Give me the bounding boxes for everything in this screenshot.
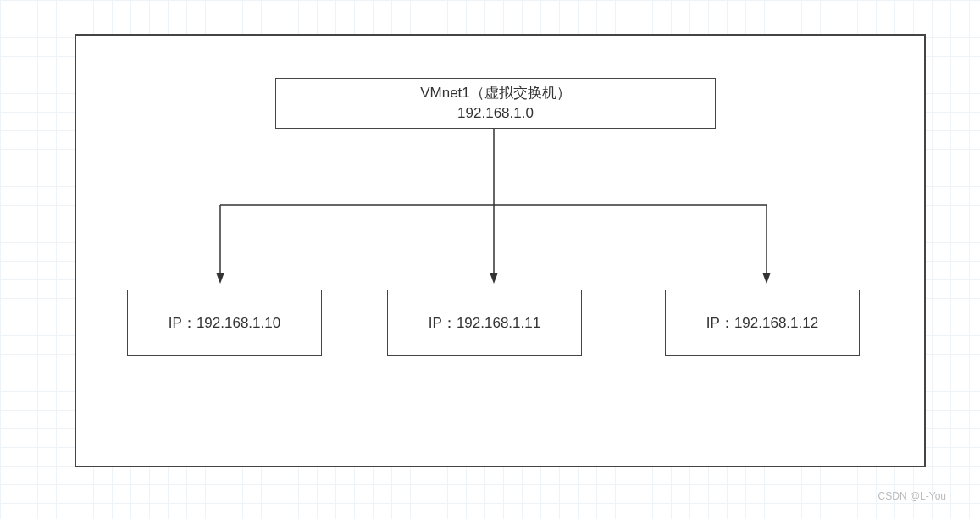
watermark: CSDN @L-You [878,490,946,502]
host-node-3-label: IP：192.168.1.12 [706,313,818,333]
host-node-1-label: IP：192.168.1.10 [169,313,280,333]
diagram-container: VMnet1（虚拟交换机） 192.168.1.0 IP：192.168.1.1… [75,34,926,467]
host-node-2: IP：192.168.1.11 [387,290,582,356]
host-node-3: IP：192.168.1.12 [665,290,860,356]
switch-box: VMnet1（虚拟交换机） 192.168.1.0 [275,78,716,129]
switch-subnet: 192.168.1.0 [457,103,534,124]
switch-title: VMnet1（虚拟交换机） [420,83,571,103]
host-node-2-label: IP：192.168.1.11 [429,313,540,333]
host-node-1: IP：192.168.1.10 [127,290,322,356]
